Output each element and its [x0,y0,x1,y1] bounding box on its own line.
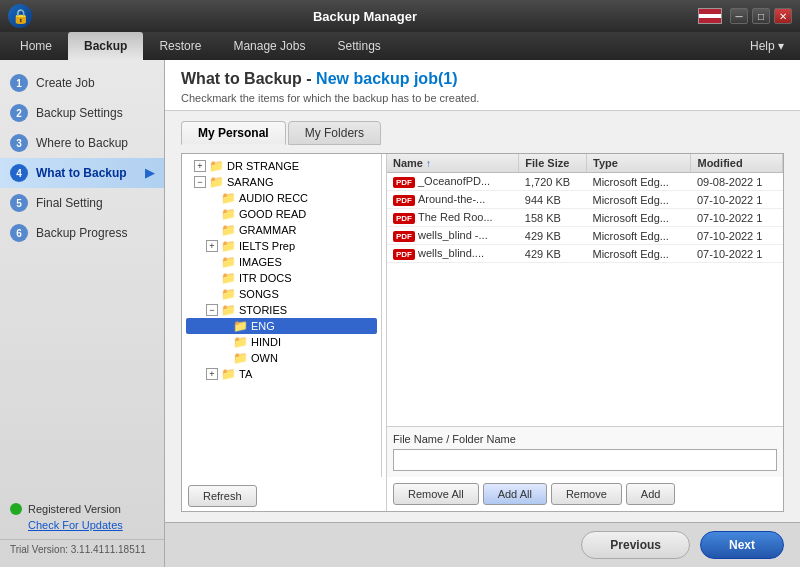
file-type-cell: Microsoft Edg... [587,209,691,227]
sidebar-item-what-to-backup[interactable]: 4 What to Backup ▶ [0,158,164,188]
sidebar: 1 Create Job 2 Backup Settings 3 Where t… [0,60,165,567]
tree-item[interactable]: 📁ENG [186,318,377,334]
remove-button[interactable]: Remove [551,483,622,505]
sidebar-steps: 1 Create Job 2 Backup Settings 3 Where t… [0,68,164,248]
tree-item[interactable]: 📁ITR DOCS [186,270,377,286]
menu-bar: Home Backup Restore Manage Jobs Settings… [0,32,800,60]
tab-my-folders[interactable]: My Folders [288,121,381,145]
col-name[interactable]: Name ↑ [387,154,519,173]
step-num-5: 5 [10,194,28,212]
file-name-input[interactable] [393,449,777,471]
tree-item[interactable]: 📁SONGS [186,286,377,302]
help-menu[interactable]: Help ▾ [738,32,796,60]
step-num-3: 3 [10,134,28,152]
tree-item[interactable]: +📁TA [186,366,377,382]
tree-item-label: SARANG [227,176,273,188]
registered-label: Registered Version [28,503,121,515]
pdf-icon: PDF [393,195,415,206]
table-row[interactable]: PDF_OceanofPD...1,720 KBMicrosoft Edg...… [387,173,783,191]
tree-expand-btn[interactable]: + [206,240,218,252]
tree-item[interactable]: +📁IELTS Prep [186,238,377,254]
tree-expand-btn[interactable]: − [194,176,206,188]
folder-tree[interactable]: +📁DR STRANGE−📁SARANG📁AUDIO RECC📁GOOD REA… [182,154,382,477]
table-row[interactable]: PDFwells_blind -...429 KBMicrosoft Edg..… [387,227,783,245]
file-name-input-area: File Name / Folder Name [387,426,783,477]
tree-item-label: IMAGES [239,256,282,268]
tree-item-label: HINDI [251,336,281,348]
close-button[interactable]: ✕ [774,8,792,24]
col-size[interactable]: File Size [519,154,587,173]
step-num-2: 2 [10,104,28,122]
sidebar-item-backup-settings[interactable]: 2 Backup Settings [0,98,164,128]
remove-all-button[interactable]: Remove All [393,483,479,505]
folder-icon: 📁 [221,287,236,301]
menu-restore[interactable]: Restore [143,32,217,60]
tree-item-label: ITR DOCS [239,272,292,284]
tab-bar: My Personal My Folders [181,121,784,145]
file-size-cell: 1,720 KB [519,173,587,191]
col-type[interactable]: Type [587,154,691,173]
folder-icon: 📁 [221,271,236,285]
tree-item-label: ENG [251,320,275,332]
folder-icon: 📁 [221,255,236,269]
minimize-button[interactable]: ─ [730,8,748,24]
maximize-button[interactable]: □ [752,8,770,24]
step-num-4: 4 [10,164,28,182]
tree-item-label: GOOD READ [239,208,306,220]
folder-icon: 📁 [233,335,248,349]
file-browser-panels: +📁DR STRANGE−📁SARANG📁AUDIO RECC📁GOOD REA… [181,153,784,512]
tree-item[interactable]: 📁IMAGES [186,254,377,270]
table-row[interactable]: PDFwells_blind....429 KBMicrosoft Edg...… [387,245,783,263]
sidebar-item-where-to-backup[interactable]: 3 Where to Backup [0,128,164,158]
file-modified-cell: 07-10-2022 1 [691,245,783,263]
sidebar-footer: Registered Version Check For Updates [0,495,164,539]
table-row[interactable]: PDFAround-the-...944 KBMicrosoft Edg...0… [387,191,783,209]
add-button[interactable]: Add [626,483,676,505]
tree-expand-btn[interactable]: + [194,160,206,172]
add-all-button[interactable]: Add All [483,483,547,505]
file-panel-buttons: Remove All Add All Remove Add [387,483,783,511]
pdf-icon: PDF [393,231,415,242]
tree-item[interactable]: 📁OWN [186,350,377,366]
previous-button[interactable]: Previous [581,531,690,559]
folder-icon: 📁 [233,319,248,333]
file-modified-cell: 07-10-2022 1 [691,227,783,245]
tree-expand-btn[interactable]: − [206,304,218,316]
tree-item[interactable]: 📁AUDIO RECC [186,190,377,206]
step-num-6: 6 [10,224,28,242]
file-type-cell: Microsoft Edg... [587,245,691,263]
sidebar-item-create-job[interactable]: 1 Create Job [0,68,164,98]
tree-item[interactable]: −📁SARANG [186,174,377,190]
menu-home[interactable]: Home [4,32,68,60]
tree-item-label: SONGS [239,288,279,300]
folder-icon: 📁 [221,303,236,317]
table-row[interactable]: PDFThe Red Roo...158 KBMicrosoft Edg...0… [387,209,783,227]
next-button[interactable]: Next [700,531,784,559]
refresh-button[interactable]: Refresh [188,485,257,507]
step-num-1: 1 [10,74,28,92]
tree-item[interactable]: 📁GOOD READ [186,206,377,222]
main-container: 1 Create Job 2 Backup Settings 3 Where t… [0,60,800,567]
page-title-text: What to Backup - [181,70,316,87]
pdf-icon: PDF [393,177,415,188]
menu-settings[interactable]: Settings [321,32,396,60]
col-modified[interactable]: Modified [691,154,783,173]
tree-item-label: STORIES [239,304,287,316]
tree-item-label: IELTS Prep [239,240,295,252]
menu-manage-jobs[interactable]: Manage Jobs [217,32,321,60]
sidebar-item-final-setting[interactable]: 5 Final Setting [0,188,164,218]
folder-icon: 📁 [221,207,236,221]
file-modified-cell: 07-10-2022 1 [691,191,783,209]
tree-item[interactable]: −📁STORIES [186,302,377,318]
registered-icon [10,503,22,515]
tab-my-personal[interactable]: My Personal [181,121,286,145]
sidebar-item-backup-progress[interactable]: 6 Backup Progress [0,218,164,248]
tree-item[interactable]: +📁DR STRANGE [186,158,377,174]
menu-backup[interactable]: Backup [68,32,143,60]
tree-refresh-area: Refresh [182,477,386,511]
check-updates-link[interactable]: Check For Updates [10,519,154,531]
tree-expand-btn[interactable]: + [206,368,218,380]
tree-item[interactable]: 📁HINDI [186,334,377,350]
pdf-icon: PDF [393,213,415,224]
tree-item[interactable]: 📁GRAMMAR [186,222,377,238]
